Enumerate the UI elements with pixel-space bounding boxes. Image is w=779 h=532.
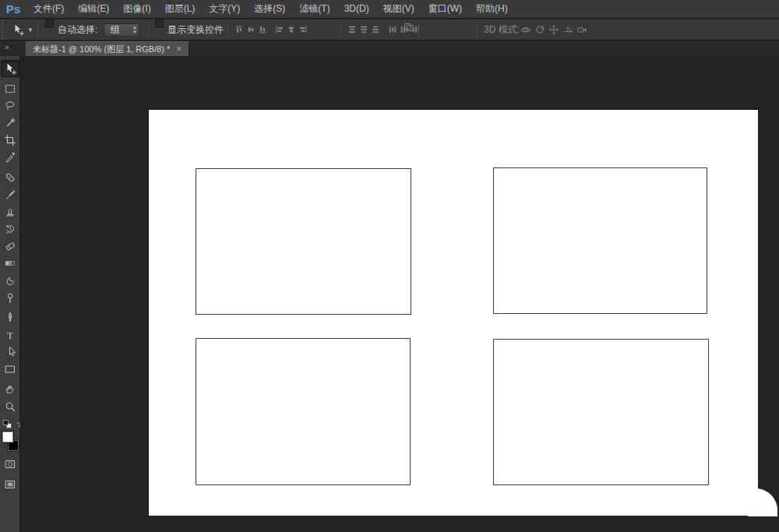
3d-slide-camera-button[interactable] <box>561 23 575 37</box>
align-bottom-edges-button[interactable] <box>256 23 268 37</box>
3d-rotate-camera-button[interactable] <box>519 23 533 37</box>
auto-select-checkbox[interactable] <box>45 19 54 28</box>
drawn-rectangle <box>196 338 411 485</box>
document-tab-title: 未标题-1 @ 100% (图层 1, RGB/8) * <box>33 44 170 55</box>
menu-items: 文件(F)编辑(E)图像(I)图层(L)文字(Y)选择(S)滤镜(T)3D(D)… <box>26 0 515 18</box>
smudge-tool[interactable] <box>1 272 19 289</box>
panel-collapse-chevron-icon[interactable]: » <box>5 43 9 51</box>
show-transform-label: 显示变换控件 <box>167 19 224 40</box>
lasso-tool[interactable] <box>1 97 19 115</box>
align-vertical-centers-button[interactable] <box>245 23 256 37</box>
align-left-edges-button[interactable] <box>273 23 285 37</box>
options-separator <box>37 22 38 37</box>
distribute-top-edges-button[interactable] <box>346 23 358 37</box>
auto-select-value: 组 <box>111 23 120 37</box>
auto-select-target-dropdown[interactable]: 组 ▲▼ <box>104 23 139 37</box>
menu-item-select[interactable]: 选择(S) <box>247 0 292 18</box>
drawn-rectangle <box>493 167 707 314</box>
menu-item-edit[interactable]: 编辑(E) <box>71 0 116 18</box>
type-tool[interactable]: T <box>1 326 19 344</box>
move-tool[interactable] <box>1 60 19 77</box>
photoshop-logo: Ps <box>0 2 26 16</box>
document-canvas[interactable] <box>149 110 758 516</box>
spot-healing-brush-tool[interactable] <box>1 169 19 186</box>
clone-stamp-tool[interactable] <box>1 203 19 220</box>
menu-item-layer[interactable]: 图层(L) <box>158 0 203 18</box>
workspace <box>20 56 779 532</box>
mode-3d-label: 3D 模式: <box>484 19 520 40</box>
tab-close-icon[interactable]: × <box>176 45 182 54</box>
tool-options-bar: ▼ 自动选择: 组 ▲▼ 显示变换控件 3D 模式: <box>0 19 779 41</box>
options-separator <box>227 22 228 37</box>
menu-item-view[interactable]: 视图(V) <box>376 0 421 18</box>
distribute-vertical-centers-button[interactable] <box>358 23 369 37</box>
options-separator <box>477 22 478 37</box>
tools-panel: T <box>0 56 20 532</box>
photoshop-window: Ps 文件(F)编辑(E)图像(I)图层(L)文字(Y)选择(S)滤镜(T)3D… <box>0 0 779 532</box>
svg-text:T: T <box>7 329 13 341</box>
3d-move-camera-button[interactable] <box>575 23 589 37</box>
dropdown-spinner-icon[interactable]: ▲▼ <box>132 25 137 34</box>
menu-item-window[interactable]: 窗口(W) <box>421 0 469 18</box>
history-brush-tool[interactable] <box>1 220 19 238</box>
dodge-tool[interactable] <box>1 289 19 306</box>
distribute-bottom-edges-button[interactable] <box>369 23 381 37</box>
menu-bar: Ps 文件(F)编辑(E)图像(I)图层(L)文字(Y)选择(S)滤镜(T)3D… <box>0 0 779 19</box>
auto-select-label: 自动选择: <box>58 19 97 40</box>
tool-preset-caret-icon[interactable]: ▼ <box>27 19 33 40</box>
menu-item-file[interactable]: 文件(F) <box>26 0 71 18</box>
quick-mask-mode-button[interactable] <box>1 456 19 473</box>
mode-3d-buttons <box>519 19 589 40</box>
eyedropper-tool[interactable] <box>1 149 19 166</box>
crop-tool[interactable] <box>1 132 19 149</box>
menu-item-type[interactable]: 文字(Y) <box>202 0 247 18</box>
options-separator <box>340 22 341 37</box>
align-right-edges-button[interactable] <box>297 23 308 37</box>
foreground-color-swatch[interactable] <box>2 432 13 442</box>
rectangular-marquee-tool[interactable] <box>1 80 19 97</box>
document-tab-bar: » 未标题-1 @ 100% (图层 1, RGB/8) * × <box>0 41 779 56</box>
brush-tool[interactable] <box>1 186 19 203</box>
options-separator <box>418 22 419 37</box>
3d-pan-camera-button[interactable] <box>547 23 561 37</box>
auto-align-layers-button[interactable] <box>402 19 416 33</box>
eraser-tool[interactable] <box>1 238 19 255</box>
color-swatches <box>1 432 19 453</box>
menu-item-threed[interactable]: 3D(D) <box>337 0 376 18</box>
gradient-tool[interactable] <box>1 255 19 272</box>
menu-item-help[interactable]: 帮助(H) <box>469 0 515 18</box>
drawn-rectangle <box>196 168 411 315</box>
rectangle-tool[interactable] <box>1 361 19 378</box>
align-top-edges-button[interactable] <box>233 23 245 37</box>
path-selection-tool[interactable] <box>1 344 19 361</box>
menu-item-filter[interactable]: 滤镜(T) <box>292 0 337 18</box>
options-separator <box>148 22 149 37</box>
canvas-corner-bump <box>748 488 777 516</box>
menu-item-image[interactable]: 图像(I) <box>116 0 157 18</box>
distribute-left-edges-button[interactable] <box>386 23 398 37</box>
screen-mode-button[interactable] <box>1 476 19 493</box>
drawn-rectangle <box>493 339 709 485</box>
align-buttons <box>233 19 308 40</box>
zoom-tool[interactable] <box>1 398 19 415</box>
show-transform-checkbox[interactable] <box>155 19 164 28</box>
3d-roll-camera-button[interactable] <box>533 23 547 37</box>
move-tool-preset-icon[interactable] <box>12 19 24 40</box>
align-horizontal-centers-button[interactable] <box>285 23 297 37</box>
hand-tool[interactable] <box>1 381 19 398</box>
document-tab[interactable]: 未标题-1 @ 100% (图层 1, RGB/8) * × <box>26 41 189 56</box>
quick-selection-tool[interactable] <box>1 115 19 132</box>
options-grip <box>2 19 5 40</box>
pen-tool[interactable] <box>1 309 19 326</box>
